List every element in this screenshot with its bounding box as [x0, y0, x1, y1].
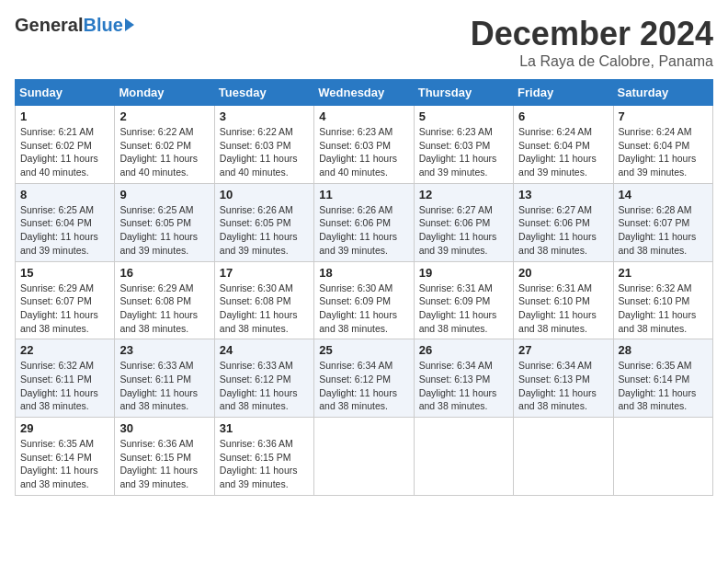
day-number: 30: [119, 421, 209, 435]
day-info: Sunrise: 6:22 AMSunset: 6:02 PMDaylight:…: [119, 126, 198, 178]
day-number: 16: [119, 266, 209, 280]
day-info: Sunrise: 6:33 AMSunset: 6:12 PMDaylight:…: [220, 360, 298, 411]
day-number: 17: [220, 266, 309, 280]
day-cell: 25 Sunrise: 6:34 AMSunset: 6:12 PMDaylig…: [314, 339, 414, 418]
day-info: Sunrise: 6:23 AMSunset: 6:03 PMDaylight:…: [319, 126, 397, 178]
day-cell: 20 Sunrise: 6:31 AMSunset: 6:10 PMDaylig…: [514, 261, 613, 339]
day-number: 1: [20, 109, 109, 123]
day-info: Sunrise: 6:32 AMSunset: 6:11 PMDaylight:…: [20, 360, 98, 411]
logo-general: General: [15, 15, 83, 36]
day-number: 20: [518, 266, 608, 280]
day-info: Sunrise: 6:30 AMSunset: 6:09 PMDaylight:…: [319, 282, 397, 334]
day-cell: 24 Sunrise: 6:33 AMSunset: 6:12 PMDaylig…: [214, 339, 313, 418]
day-cell: 8 Sunrise: 6:25 AMSunset: 6:04 PMDayligh…: [16, 183, 115, 261]
day-number: 31: [220, 421, 309, 435]
header-cell-saturday: Saturday: [613, 80, 712, 106]
day-cell: 12 Sunrise: 6:27 AMSunset: 6:06 PMDaylig…: [414, 183, 513, 261]
day-info: Sunrise: 6:28 AMSunset: 6:07 PMDaylight:…: [619, 204, 697, 256]
day-number: 24: [220, 343, 309, 357]
day-cell: 28 Sunrise: 6:35 AMSunset: 6:14 PMDaylig…: [613, 339, 712, 418]
day-info: Sunrise: 6:31 AMSunset: 6:09 PMDaylight:…: [419, 282, 497, 334]
day-number: 25: [319, 343, 408, 357]
day-cell: 23 Sunrise: 6:33 AMSunset: 6:11 PMDaylig…: [115, 339, 214, 418]
location: La Raya de Calobre, Panama: [471, 53, 713, 70]
day-cell: [613, 418, 712, 496]
day-info: Sunrise: 6:30 AMSunset: 6:08 PMDaylight:…: [220, 282, 298, 334]
day-info: Sunrise: 6:26 AMSunset: 6:06 PMDaylight:…: [319, 204, 397, 256]
day-number: 7: [619, 109, 708, 123]
day-cell: 14 Sunrise: 6:28 AMSunset: 6:07 PMDaylig…: [613, 183, 712, 261]
header-row: SundayMondayTuesdayWednesdayThursdayFrid…: [16, 80, 713, 106]
day-number: 29: [20, 421, 109, 435]
day-cell: 17 Sunrise: 6:30 AMSunset: 6:08 PMDaylig…: [214, 261, 313, 339]
day-cell: 16 Sunrise: 6:29 AMSunset: 6:08 PMDaylig…: [115, 261, 214, 339]
day-cell: 6 Sunrise: 6:24 AMSunset: 6:04 PMDayligh…: [514, 106, 613, 184]
day-number: 19: [419, 266, 508, 280]
day-number: 9: [119, 188, 209, 201]
day-cell: [414, 418, 513, 496]
calendar-table: SundayMondayTuesdayWednesdayThursdayFrid…: [15, 79, 713, 496]
day-cell: 2 Sunrise: 6:22 AMSunset: 6:02 PMDayligh…: [115, 106, 214, 184]
calendar-header: SundayMondayTuesdayWednesdayThursdayFrid…: [16, 80, 713, 106]
day-info: Sunrise: 6:27 AMSunset: 6:06 PMDaylight:…: [518, 204, 597, 256]
day-cell: 26 Sunrise: 6:34 AMSunset: 6:13 PMDaylig…: [414, 339, 513, 418]
day-cell: 9 Sunrise: 6:25 AMSunset: 6:05 PMDayligh…: [115, 183, 214, 261]
day-cell: [314, 418, 414, 496]
day-info: Sunrise: 6:36 AMSunset: 6:15 PMDaylight:…: [119, 438, 198, 489]
day-info: Sunrise: 6:35 AMSunset: 6:14 PMDaylight:…: [20, 438, 98, 489]
logo: General Blue: [15, 15, 134, 36]
day-info: Sunrise: 6:25 AMSunset: 6:05 PMDaylight:…: [119, 204, 198, 256]
day-cell: 19 Sunrise: 6:31 AMSunset: 6:09 PMDaylig…: [414, 261, 513, 339]
day-number: 18: [319, 266, 408, 280]
day-cell: 27 Sunrise: 6:34 AMSunset: 6:13 PMDaylig…: [514, 339, 613, 418]
day-number: 14: [619, 188, 708, 201]
day-cell: 31 Sunrise: 6:36 AMSunset: 6:15 PMDaylig…: [214, 418, 313, 496]
day-info: Sunrise: 6:25 AMSunset: 6:04 PMDaylight:…: [20, 204, 98, 256]
day-number: 11: [319, 188, 408, 201]
day-number: 15: [20, 266, 109, 280]
day-cell: 10 Sunrise: 6:26 AMSunset: 6:05 PMDaylig…: [214, 183, 313, 261]
week-row-3: 15 Sunrise: 6:29 AMSunset: 6:07 PMDaylig…: [16, 261, 713, 339]
day-info: Sunrise: 6:33 AMSunset: 6:11 PMDaylight:…: [119, 360, 198, 411]
day-cell: 13 Sunrise: 6:27 AMSunset: 6:06 PMDaylig…: [514, 183, 613, 261]
day-info: Sunrise: 6:36 AMSunset: 6:15 PMDaylight:…: [220, 438, 298, 489]
day-number: 8: [20, 188, 109, 201]
header-cell-sunday: Sunday: [16, 80, 115, 106]
day-cell: 30 Sunrise: 6:36 AMSunset: 6:15 PMDaylig…: [115, 418, 214, 496]
day-number: 3: [220, 109, 309, 123]
day-info: Sunrise: 6:21 AMSunset: 6:02 PMDaylight:…: [20, 126, 98, 178]
day-cell: 5 Sunrise: 6:23 AMSunset: 6:03 PMDayligh…: [414, 106, 513, 184]
header-cell-tuesday: Tuesday: [214, 80, 313, 106]
title-block: December 2024 La Raya de Calobre, Panama: [471, 15, 713, 70]
header-cell-monday: Monday: [115, 80, 214, 106]
day-number: 23: [119, 343, 209, 357]
day-info: Sunrise: 6:31 AMSunset: 6:10 PMDaylight:…: [518, 282, 597, 334]
day-info: Sunrise: 6:34 AMSunset: 6:13 PMDaylight:…: [419, 360, 497, 411]
day-info: Sunrise: 6:23 AMSunset: 6:03 PMDaylight:…: [419, 126, 497, 178]
header-cell-friday: Friday: [514, 80, 613, 106]
day-number: 10: [220, 188, 309, 201]
day-cell: 21 Sunrise: 6:32 AMSunset: 6:10 PMDaylig…: [613, 261, 712, 339]
day-cell: [514, 418, 613, 496]
day-number: 22: [20, 343, 109, 357]
day-number: 4: [319, 109, 408, 123]
day-cell: 11 Sunrise: 6:26 AMSunset: 6:06 PMDaylig…: [314, 183, 414, 261]
day-number: 13: [518, 188, 608, 201]
month-title: December 2024: [471, 15, 713, 53]
week-row-4: 22 Sunrise: 6:32 AMSunset: 6:11 PMDaylig…: [16, 339, 713, 418]
day-cell: 15 Sunrise: 6:29 AMSunset: 6:07 PMDaylig…: [16, 261, 115, 339]
day-number: 6: [518, 109, 608, 123]
day-number: 2: [119, 109, 209, 123]
logo-blue: Blue: [83, 15, 122, 36]
day-info: Sunrise: 6:26 AMSunset: 6:05 PMDaylight:…: [220, 204, 298, 256]
day-number: 21: [619, 266, 708, 280]
logo-arrow-icon: [125, 18, 134, 31]
day-info: Sunrise: 6:34 AMSunset: 6:13 PMDaylight:…: [518, 360, 597, 411]
day-info: Sunrise: 6:27 AMSunset: 6:06 PMDaylight:…: [419, 204, 497, 256]
header-cell-thursday: Thursday: [414, 80, 513, 106]
week-row-5: 29 Sunrise: 6:35 AMSunset: 6:14 PMDaylig…: [16, 418, 713, 496]
day-cell: 29 Sunrise: 6:35 AMSunset: 6:14 PMDaylig…: [16, 418, 115, 496]
day-number: 5: [419, 109, 508, 123]
page-header: General Blue December 2024 La Raya de Ca…: [15, 15, 713, 70]
day-info: Sunrise: 6:32 AMSunset: 6:10 PMDaylight:…: [619, 282, 697, 334]
